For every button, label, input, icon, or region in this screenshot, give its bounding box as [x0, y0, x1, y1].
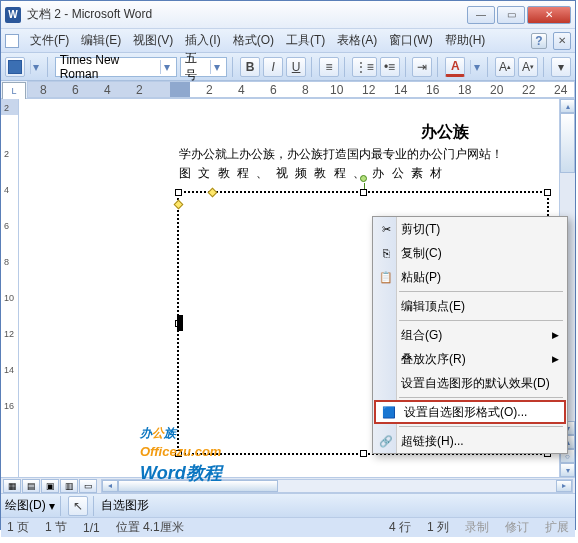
- menu-window[interactable]: 窗口(W): [385, 30, 436, 51]
- adjust-handle[interactable]: [208, 188, 218, 198]
- minimize-button[interactable]: —: [467, 6, 495, 24]
- resize-handle[interactable]: [360, 189, 367, 196]
- status-ext: 扩展: [545, 519, 569, 536]
- status-col: 1 列: [427, 519, 449, 536]
- hyperlink-icon: 🔗: [378, 433, 394, 449]
- font-color-button[interactable]: A: [445, 57, 465, 77]
- text-cursor: [177, 315, 183, 331]
- ctx-order[interactable]: 叠放次序(R)▶: [373, 347, 567, 371]
- ctx-cut[interactable]: ✂剪切(T): [373, 217, 567, 241]
- numbering-button[interactable]: ⋮≡: [352, 57, 377, 77]
- help-question-icon[interactable]: ?: [531, 33, 547, 49]
- view-normal-button[interactable]: ▦: [3, 479, 21, 493]
- ctx-edit-points[interactable]: 编辑顶点(E): [373, 294, 567, 318]
- vertical-ruler[interactable]: 2 24 68 1012 1416: [1, 99, 19, 477]
- horizontal-scroll-row: ▦ ▤ ▣ ▥ ▭ ◂ ▸: [1, 477, 575, 493]
- select-objects-button[interactable]: ↖: [68, 496, 88, 516]
- italic-button[interactable]: I: [263, 57, 283, 77]
- scroll-left-button[interactable]: ◂: [102, 480, 118, 492]
- rotate-handle-icon[interactable]: [360, 175, 367, 182]
- resize-handle[interactable]: [544, 189, 551, 196]
- align-button[interactable]: ≡: [319, 57, 339, 77]
- statusbar: 1 页 1 节 1/1 位置 4.1厘米 4 行 1 列 录制 修订 扩展: [1, 517, 575, 537]
- ruler-corner[interactable]: L: [2, 82, 26, 100]
- ctx-paste[interactable]: 📋粘贴(P): [373, 265, 567, 289]
- underline-button[interactable]: U: [286, 57, 306, 77]
- font-name-select[interactable]: Times New Roman▾: [55, 57, 178, 77]
- horizontal-ruler[interactable]: 86 42 24 68 1012 1416 1820 2224: [27, 81, 575, 98]
- doc-line: 学办公就上办公族，办公族打造国内最专业的办公门户网站！: [179, 145, 549, 164]
- close-button[interactable]: ✕: [527, 6, 571, 24]
- submenu-arrow-icon: ▶: [552, 330, 559, 340]
- system-menu-icon[interactable]: [5, 34, 19, 48]
- status-page: 1 页: [7, 519, 29, 536]
- scroll-up-button[interactable]: ▴: [560, 99, 575, 113]
- save-icon: [8, 60, 22, 74]
- save-dropdown[interactable]: ▾: [30, 60, 42, 74]
- title-text: 文档 2 - Microsoft Word: [27, 6, 465, 23]
- menu-file[interactable]: 文件(F): [26, 30, 73, 51]
- doc-title: 办公族: [29, 119, 549, 145]
- menu-format[interactable]: 格式(O): [229, 30, 278, 51]
- ctx-hyperlink[interactable]: 🔗超链接(H)...: [373, 429, 567, 453]
- ctx-format-autoshape[interactable]: 🟦设置自选图形格式(O)...: [374, 400, 566, 424]
- menubar: 文件(F) 编辑(E) 视图(V) 插入(I) 格式(O) 工具(T) 表格(A…: [1, 29, 575, 53]
- resize-handle[interactable]: [360, 450, 367, 457]
- view-reading-button[interactable]: ▭: [79, 479, 97, 493]
- draw-menu[interactable]: 绘图(D): [5, 497, 46, 514]
- menu-table[interactable]: 表格(A): [333, 30, 381, 51]
- ctx-copy[interactable]: ⎘复制(C): [373, 241, 567, 265]
- view-outline-button[interactable]: ▥: [60, 479, 78, 493]
- toolbar-options-button[interactable]: ▾: [551, 57, 571, 77]
- resize-handle[interactable]: [175, 189, 182, 196]
- font-name-value: Times New Roman: [60, 53, 159, 81]
- next-page-button[interactable]: ▾: [560, 463, 575, 477]
- autoshapes-menu[interactable]: 自选图形: [101, 497, 149, 514]
- menu-tools[interactable]: 工具(T): [282, 30, 329, 51]
- app-icon: W: [5, 7, 21, 23]
- drawing-toolbar: 绘图(D)▾ ↖ 自选图形: [1, 493, 575, 517]
- ctx-group[interactable]: 组合(G)▶: [373, 323, 567, 347]
- grow-font-button[interactable]: A▴: [495, 57, 515, 77]
- menu-edit[interactable]: 编辑(E): [77, 30, 125, 51]
- font-size-select[interactable]: 五号▾: [180, 57, 227, 77]
- adjust-handle[interactable]: [174, 200, 184, 210]
- status-rec: 录制: [465, 519, 489, 536]
- bold-button[interactable]: B: [240, 57, 260, 77]
- status-section: 1 节: [45, 519, 67, 536]
- status-position: 位置 4.1厘米: [116, 519, 184, 536]
- format-shape-icon: 🟦: [381, 404, 397, 420]
- menu-view[interactable]: 视图(V): [129, 30, 177, 51]
- context-menu: ✂剪切(T) ⎘复制(C) 📋粘贴(P) 编辑顶点(E) 组合(G)▶ 叠放次序…: [372, 216, 568, 454]
- status-pages: 1/1: [83, 521, 100, 535]
- menubar-close-button[interactable]: ✕: [553, 32, 571, 50]
- scroll-right-button[interactable]: ▸: [556, 480, 572, 492]
- font-color-dropdown[interactable]: ▾: [470, 60, 482, 74]
- shrink-font-button[interactable]: A▾: [518, 57, 538, 77]
- indent-button[interactable]: ⇥: [412, 57, 432, 77]
- formatting-toolbar: ▾ Times New Roman▾ 五号▾ B I U ≡ ⋮≡ •≡ ⇥ A…: [1, 53, 575, 81]
- watermark: 办公族 Officezu.com Word教程: [140, 412, 222, 485]
- titlebar: W 文档 2 - Microsoft Word — ▭ ✕: [1, 1, 575, 29]
- ctx-set-defaults[interactable]: 设置自选图形的默认效果(D): [373, 371, 567, 395]
- submenu-arrow-icon: ▶: [552, 354, 559, 364]
- save-button[interactable]: [5, 57, 25, 77]
- menu-insert[interactable]: 插入(I): [181, 30, 224, 51]
- view-print-button[interactable]: ▣: [41, 479, 59, 493]
- menu-help[interactable]: 帮助(H): [441, 30, 490, 51]
- cut-icon: ✂: [378, 221, 394, 237]
- horizontal-ruler-row: L 86 42 24 68 1012 1416 1820 2224: [1, 81, 575, 99]
- status-rev: 修订: [505, 519, 529, 536]
- font-size-value: 五号: [185, 50, 208, 84]
- copy-icon: ⎘: [378, 245, 394, 261]
- maximize-button[interactable]: ▭: [497, 6, 525, 24]
- view-web-button[interactable]: ▤: [22, 479, 40, 493]
- bullets-button[interactable]: •≡: [380, 57, 400, 77]
- scroll-thumb[interactable]: [560, 113, 575, 173]
- status-line: 4 行: [389, 519, 411, 536]
- paste-icon: 📋: [378, 269, 394, 285]
